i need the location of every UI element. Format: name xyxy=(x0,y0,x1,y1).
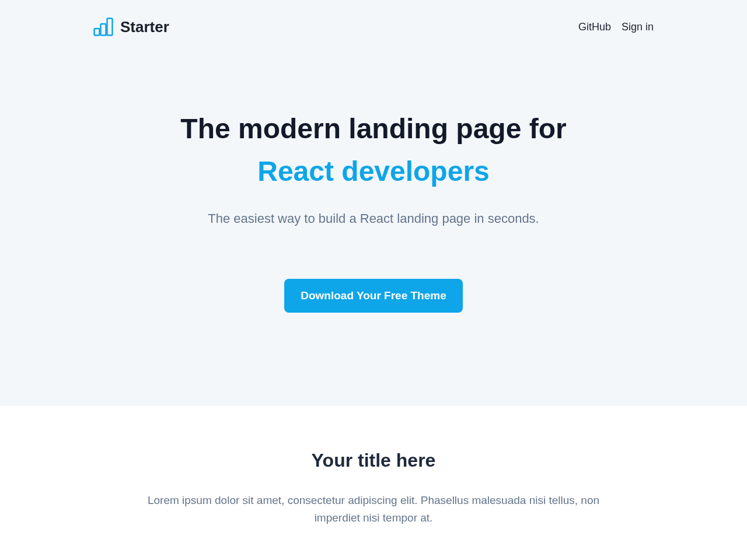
hero-section: Starter GitHub Sign in The modern landin… xyxy=(0,0,747,406)
hero-subtitle: The easiest way to build a React landing… xyxy=(93,211,654,226)
features-subtitle: Lorem ipsum dolor sit amet, consectetur … xyxy=(140,492,607,527)
nav-link-github[interactable]: GitHub xyxy=(578,21,611,33)
bar-chart-icon xyxy=(93,18,114,36)
brand-name: Starter xyxy=(120,18,169,36)
svg-rect-1 xyxy=(101,24,106,36)
nav-link-signin[interactable]: Sign in xyxy=(622,21,654,33)
brand-logo[interactable]: Starter xyxy=(93,18,169,36)
svg-rect-2 xyxy=(107,19,113,36)
download-theme-button[interactable]: Download Your Free Theme xyxy=(284,279,463,313)
hero-title-line2: React developers xyxy=(93,152,654,191)
features-section: Your title here Lorem ipsum dolor sit am… xyxy=(0,406,747,527)
nav-links: GitHub Sign in xyxy=(578,21,654,33)
hero-content: The modern landing page for React develo… xyxy=(93,54,654,406)
features-title: Your title here xyxy=(93,450,654,471)
svg-rect-0 xyxy=(95,29,100,36)
hero-title-line1: The modern landing page for xyxy=(93,112,654,146)
navbar: Starter GitHub Sign in xyxy=(93,0,654,54)
